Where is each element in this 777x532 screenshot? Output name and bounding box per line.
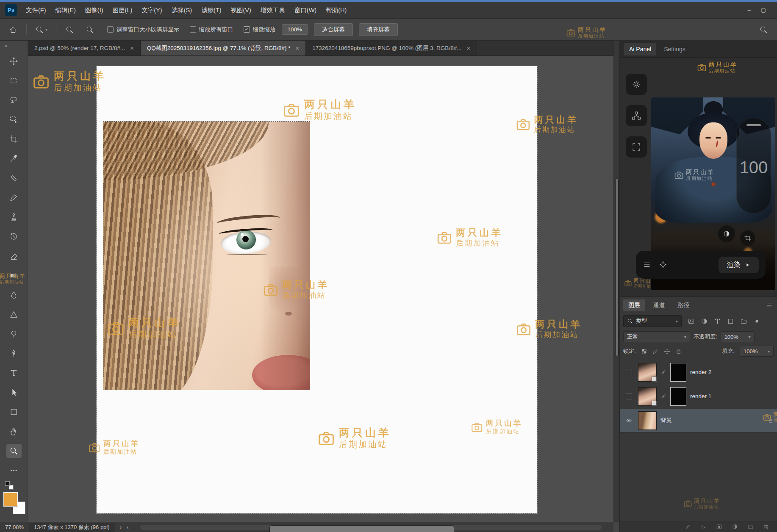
render-button[interactable]: 渲染 — [719, 257, 759, 273]
zoom-tool-preset[interactable]: ▾ — [33, 24, 50, 36]
layer-filter-select[interactable]: 类型 ▾ — [623, 315, 682, 327]
tab-settings[interactable]: Settings — [659, 43, 691, 55]
history-brush-tool[interactable] — [6, 230, 22, 244]
more-tools[interactable] — [6, 463, 22, 477]
menu-item-8[interactable]: 视图(V) — [226, 2, 255, 19]
strength-slider[interactable]: 100 — [736, 118, 771, 213]
menu-item-1[interactable]: 文件(F) — [21, 2, 51, 19]
fill-select[interactable]: 100%▾ — [740, 346, 774, 357]
visibility-eye-icon[interactable] — [625, 417, 632, 424]
mask-link-icon[interactable] — [660, 393, 666, 399]
tab-close-icon[interactable]: × — [466, 44, 470, 52]
hand-tool[interactable] — [6, 424, 22, 438]
vertical-scrollbar[interactable] — [613, 41, 619, 522]
healing-brush-tool[interactable] — [6, 171, 22, 185]
canvas-area[interactable]: 两只山羊 后期加油站 两只山羊 后期加油站 两只山羊 后期加油站 两只山羊 后期… — [28, 56, 613, 522]
move-tool[interactable] — [6, 54, 22, 68]
document-tab-2-active[interactable]: QQ截图20250319162356.jpg @ 77.1% (背景, RGB/… — [141, 41, 306, 55]
tab-channels[interactable]: 通道 — [648, 299, 670, 311]
zoom-tool[interactable] — [6, 444, 22, 458]
filter-shape-icon[interactable] — [727, 318, 734, 325]
scroll-left-icon[interactable]: ‹ — [127, 524, 128, 530]
options-menu-icon[interactable] — [643, 260, 651, 269]
shape-tool[interactable] — [6, 405, 22, 419]
link-layers-icon[interactable] — [685, 524, 691, 530]
workflow-nodes-button[interactable] — [626, 105, 647, 126]
tab-close-icon[interactable]: × — [130, 44, 134, 52]
option-resize-window-checkbox[interactable]: ✓ 调整窗口大小以满屏显示 — [107, 26, 180, 33]
menu-item-11[interactable]: 帮助(H) — [321, 2, 351, 19]
eyedropper-tool[interactable] — [6, 152, 22, 166]
object-selection-tool[interactable] — [6, 113, 22, 127]
minimize-button[interactable]: – — [747, 7, 750, 13]
filter-type-icon[interactable] — [714, 318, 721, 325]
dodge-tool[interactable] — [6, 327, 22, 341]
foreground-color-swatch[interactable] — [3, 492, 18, 507]
document-canvas[interactable] — [97, 66, 537, 513]
home-button[interactable] — [6, 22, 20, 37]
status-arrow-icon[interactable]: › — [120, 524, 122, 530]
sparkle-icon[interactable] — [659, 260, 667, 269]
blur-tool[interactable] — [6, 288, 22, 302]
option-scrubby-zoom-checkbox[interactable]: ✓ 细微缩放 — [244, 26, 276, 33]
zoom-out-button[interactable] — [83, 22, 97, 37]
fullscreen-button[interactable] — [626, 136, 647, 158]
layer-thumbnail[interactable] — [638, 387, 657, 406]
scrollbar-thumb[interactable] — [269, 525, 454, 532]
layer-row-background[interactable]: 背景 两只山羊 后期加油站 — [620, 409, 777, 432]
menu-item-3[interactable]: 图像(I) — [80, 2, 108, 19]
zoom-percent-button[interactable]: 100% — [282, 24, 308, 35]
maximize-button[interactable]: ▢ — [761, 7, 766, 13]
tab-layers[interactable]: 图层 — [623, 299, 645, 311]
layer-effects-icon[interactable] — [700, 524, 707, 530]
type-tool[interactable] — [6, 366, 22, 380]
default-colors-icon[interactable] — [5, 481, 14, 490]
sharpen-tool[interactable] — [6, 308, 22, 321]
horizontal-scrollbar[interactable] — [140, 525, 602, 530]
zoom-level[interactable]: 77.08% — [5, 524, 24, 530]
document-tab-1[interactable]: 2.psd @ 50% (render 17, RGB/8#... × — [28, 41, 141, 55]
menu-item-5[interactable]: 文字(Y) — [137, 2, 166, 19]
filter-adjustment-icon[interactable] — [701, 318, 708, 325]
scrollbar-thumb[interactable] — [615, 178, 619, 356]
layer-mask-thumbnail[interactable] — [670, 387, 686, 406]
gradient-tool[interactable] — [6, 269, 22, 283]
new-group-icon[interactable] — [747, 524, 754, 530]
lock-pixels-icon[interactable] — [652, 348, 659, 355]
menu-item-2[interactable]: 编辑(E) — [51, 2, 80, 19]
adjustment-layer-icon[interactable] — [732, 524, 738, 530]
lock-transparency-icon[interactable] — [641, 348, 647, 355]
search-icon[interactable] — [759, 25, 771, 34]
brush-tool[interactable] — [6, 191, 22, 205]
document-tab-3[interactable]: 1732620418659pbuprsot.PNG @ 100% (图层 3, … — [306, 41, 477, 55]
eraser-tool[interactable] — [6, 249, 22, 263]
lock-all-icon[interactable] — [675, 348, 682, 355]
slider-handle[interactable] — [746, 124, 761, 126]
lock-position-icon[interactable] — [664, 348, 670, 355]
layer-row-render-1[interactable]: render 1 — [620, 385, 777, 408]
fill-screen-button[interactable]: 填充屏幕 — [359, 23, 398, 36]
visibility-toggle[interactable] — [626, 393, 632, 399]
panel-menu-icon[interactable] — [766, 302, 773, 309]
toolbar-collapse-button[interactable]: » — [4, 42, 7, 49]
filter-attribute-icon[interactable] — [753, 318, 760, 325]
filter-smart-object-icon[interactable] — [740, 318, 747, 325]
menu-item-10[interactable]: 窗口(W) — [290, 2, 321, 19]
tab-ai-panel[interactable]: Ai Panel — [624, 43, 656, 55]
tab-paths[interactable]: 路径 — [672, 299, 694, 311]
layer-thumbnail[interactable] — [638, 363, 657, 382]
crop-tool[interactable] — [6, 132, 22, 146]
opacity-select[interactable]: 100%▾ — [721, 331, 755, 342]
layer-row-render-2[interactable]: render 2 — [620, 360, 777, 384]
layer-thumbnail[interactable] — [638, 411, 657, 430]
settings-gear-button[interactable] — [626, 74, 647, 95]
layer-mask-thumbnail[interactable] — [670, 363, 686, 382]
clone-stamp-tool[interactable] — [6, 210, 22, 224]
menu-item-7[interactable]: 滤镜(T) — [197, 2, 226, 19]
lasso-tool[interactable] — [6, 93, 22, 107]
menu-item-6[interactable]: 选择(S) — [167, 2, 197, 19]
fit-screen-button[interactable]: 适合屏幕 — [314, 23, 353, 36]
menu-item-4[interactable]: 图层(L) — [108, 2, 137, 19]
mask-link-icon[interactable] — [660, 369, 666, 375]
pen-tool[interactable] — [6, 346, 22, 360]
